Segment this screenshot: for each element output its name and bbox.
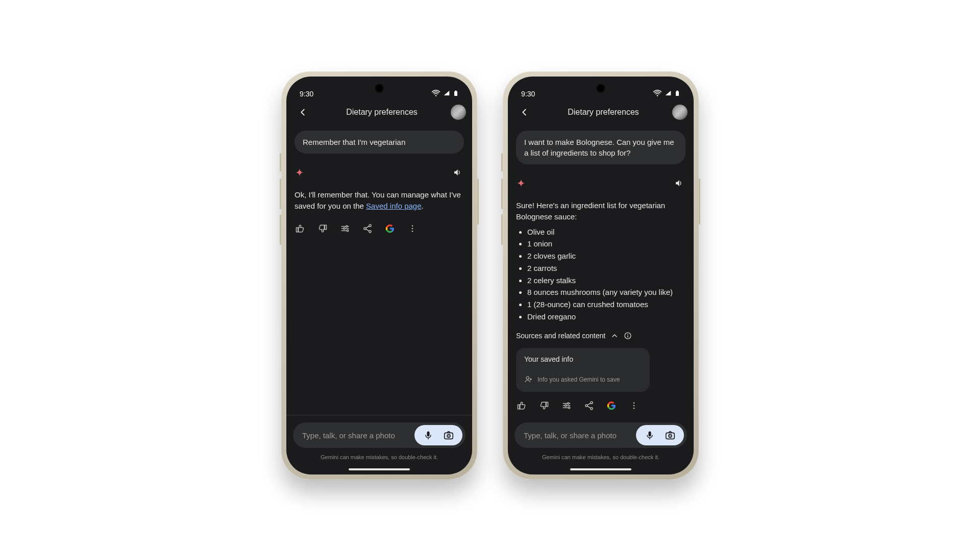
camera-icon <box>665 430 676 441</box>
assistant-reply-header <box>516 177 685 190</box>
saved-info-card[interactable]: Your saved info Info you asked Gemini to… <box>516 348 650 392</box>
ingredient-list: Olive oil1 onion2 cloves garlic2 carrots… <box>516 227 685 322</box>
camera-button[interactable] <box>443 430 454 441</box>
mic-icon <box>645 430 655 440</box>
thumbs-up-button[interactable] <box>516 400 527 411</box>
side-button <box>501 153 503 171</box>
input-bar[interactable]: Type, talk, or share a photo <box>293 422 465 448</box>
thumbs-down-icon <box>317 223 328 234</box>
thumbs-down-icon <box>539 400 549 411</box>
thumbs-up-icon <box>295 223 305 234</box>
more-button[interactable] <box>628 400 640 411</box>
input-bar[interactable]: Type, talk, or share a photo <box>514 422 687 448</box>
reply-post: . <box>422 202 424 210</box>
camera-cutout <box>375 84 384 93</box>
app-header: Dietary preferences <box>508 98 694 127</box>
user-message: I want to make Bolognese. Can you give m… <box>516 131 685 164</box>
chat-area: I want to make Bolognese. Can you give m… <box>508 127 694 411</box>
phone-left: 9:30 Dietary preferences Remember that I… <box>281 71 477 480</box>
ingredient-item: 8 ounces mushrooms (any variety you like… <box>527 287 685 298</box>
mic-button[interactable] <box>423 430 434 441</box>
status-icons <box>653 89 680 98</box>
app-header: Dietary preferences <box>286 98 472 127</box>
read-aloud-button[interactable] <box>451 166 464 179</box>
signal-icon <box>664 89 672 97</box>
page-title: Dietary preferences <box>313 108 451 117</box>
chat-area: Remember that I'm vegetarian Ok, I'll re… <box>286 127 472 234</box>
more-vert-icon <box>629 401 639 410</box>
profile-avatar[interactable] <box>672 105 688 120</box>
user-message: Remember that I'm vegetarian <box>295 131 464 154</box>
tune-icon <box>340 223 350 234</box>
home-indicator[interactable] <box>349 468 410 470</box>
signal-icon <box>443 89 451 97</box>
profile-avatar[interactable] <box>451 105 466 120</box>
share-button[interactable] <box>362 223 373 234</box>
sources-toggle[interactable]: Sources and related content <box>516 332 685 340</box>
thumbs-down-button[interactable] <box>317 223 328 234</box>
assistant-reply: Ok, I'll remember that. You can manage w… <box>295 189 464 212</box>
reply-intro: Sure! Here's an ingredient list for vege… <box>516 201 665 221</box>
google-it-button[interactable] <box>606 400 617 411</box>
page-title: Dietary preferences <box>534 108 672 117</box>
screen: 9:30 Dietary preferences Remember that I… <box>286 77 472 474</box>
ingredient-item: 2 carrots <box>527 263 685 274</box>
side-button <box>280 153 281 171</box>
disclaimer: Gemini can make mistakes, so double-chec… <box>321 454 438 460</box>
saved-card-subtitle-row: Info you asked Gemini to save <box>524 375 642 384</box>
saved-info-link[interactable]: Saved info page <box>366 202 421 210</box>
camera-icon <box>443 430 454 441</box>
battery-icon <box>453 89 459 98</box>
volume-icon <box>674 179 683 188</box>
status-icons <box>431 89 459 98</box>
thumbs-up-button[interactable] <box>295 223 306 234</box>
volume-down <box>280 214 281 245</box>
more-button[interactable] <box>407 223 418 234</box>
volume-icon <box>453 168 462 177</box>
ingredient-item: Dried oregano <box>527 311 685 322</box>
composer: Type, talk, or share a photo Gemini can … <box>508 422 694 460</box>
status-time: 9:30 <box>521 90 535 98</box>
ingredient-item: 1 onion <box>527 238 685 249</box>
thumbs-up-icon <box>517 400 527 411</box>
google-logo-icon <box>606 400 617 411</box>
saved-card-title: Your saved info <box>524 355 642 363</box>
ingredient-item: 2 celery stalks <box>527 275 685 286</box>
chevron-up-icon <box>610 332 619 340</box>
back-icon <box>519 107 530 118</box>
gemini-spark-icon <box>295 167 305 178</box>
power-button <box>477 179 479 224</box>
camera-button[interactable] <box>665 430 676 441</box>
disclaimer: Gemini can make mistakes, so double-chec… <box>542 454 659 460</box>
volume-down <box>501 214 503 245</box>
thumbs-down-button[interactable] <box>538 400 550 411</box>
response-toolbar <box>516 400 685 411</box>
mic-icon <box>423 430 433 440</box>
input-placeholder: Type, talk, or share a photo <box>302 431 414 440</box>
power-button <box>699 179 700 224</box>
more-vert-icon <box>408 224 417 233</box>
sources-label: Sources and related content <box>516 332 605 340</box>
info-icon <box>624 332 632 340</box>
phone-right: 9:30 Dietary preferences I want to make … <box>503 71 699 480</box>
assistant-reply: Sure! Here's an ingredient list for vege… <box>516 200 685 322</box>
tune-button[interactable] <box>561 400 572 411</box>
input-placeholder: Type, talk, or share a photo <box>524 431 636 440</box>
read-aloud-button[interactable] <box>672 177 685 190</box>
person-add-icon <box>524 375 532 384</box>
volume-up <box>280 179 281 209</box>
response-toolbar <box>295 223 464 234</box>
tune-button[interactable] <box>339 223 351 234</box>
assistant-reply-header <box>295 166 464 179</box>
dual-phone-mock: 9:30 Dietary preferences Remember that I… <box>0 0 980 551</box>
back-button[interactable] <box>514 102 534 122</box>
tune-icon <box>561 400 572 411</box>
wifi-icon <box>653 89 662 98</box>
home-indicator[interactable] <box>570 468 631 470</box>
ingredient-item: 2 cloves garlic <box>527 251 685 262</box>
battery-icon <box>674 89 680 98</box>
share-button[interactable] <box>583 400 595 411</box>
mic-button[interactable] <box>644 430 655 441</box>
google-it-button[interactable] <box>384 223 396 234</box>
back-button[interactable] <box>292 102 313 122</box>
